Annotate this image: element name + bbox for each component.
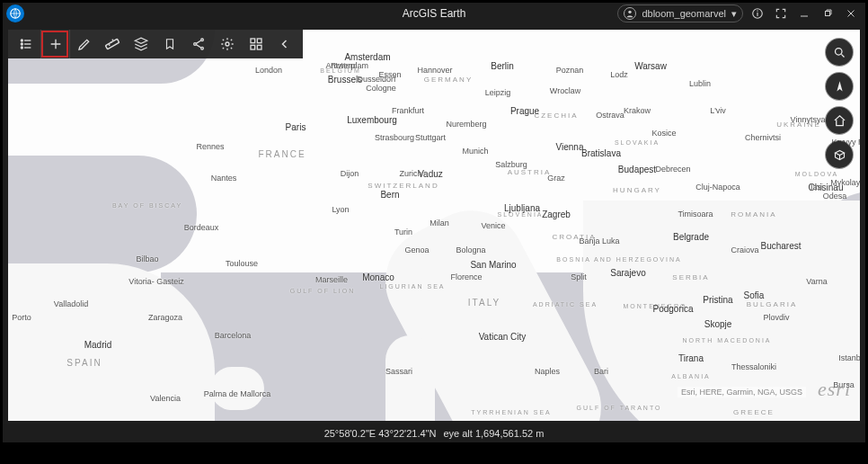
svg-rect-16 — [257, 39, 261, 43]
map-label: Lublin — [689, 79, 711, 88]
map-label: Bucharest — [760, 241, 801, 251]
close-button[interactable] — [842, 4, 860, 22]
map-canvas[interactable]: FRANCESPAINITALYSWITZERLANDAUSTRIAHUNGAR… — [8, 30, 860, 421]
svg-rect-3 — [757, 13, 757, 16]
restore-button[interactable] — [819, 4, 837, 22]
map-label: Bari — [594, 367, 608, 376]
share-button[interactable] — [184, 30, 213, 58]
bookmark-button[interactable] — [155, 30, 184, 58]
map-label: Ostrava — [596, 111, 624, 120]
collapse-toolbar-button[interactable] — [270, 30, 299, 58]
map-label: Valladolid — [54, 299, 88, 308]
map-label: Lyon — [332, 205, 349, 214]
map-label: Pristina — [703, 295, 732, 305]
map-label: Nantes — [211, 174, 237, 183]
svg-rect-6 — [826, 12, 830, 16]
map-label: Gulf of Lion — [290, 288, 356, 294]
north-arrow-button[interactable] — [826, 73, 853, 100]
map-label: Bratislava — [581, 148, 621, 158]
draw-button[interactable] — [69, 30, 98, 58]
svg-point-14 — [226, 42, 229, 46]
map-label: Vaduz — [418, 169, 443, 179]
map-label: Nuremberg — [446, 120, 486, 129]
svg-rect-15 — [251, 39, 255, 43]
svg-point-9 — [21, 47, 22, 49]
map-label: London — [255, 66, 282, 75]
info-button[interactable] — [748, 4, 766, 22]
map-label: Belgrade — [673, 232, 709, 242]
measure-button[interactable] — [98, 30, 127, 58]
svg-rect-17 — [251, 45, 255, 49]
map-label: Zaragoza — [148, 313, 182, 322]
chevron-down-icon: ▾ — [731, 8, 737, 20]
map-label: HUNGARY — [613, 186, 661, 194]
svg-rect-5 — [801, 16, 808, 17]
map-label: Madrid — [84, 340, 112, 350]
map-label: Genoa — [404, 245, 429, 254]
map-label: Varna — [806, 277, 827, 286]
app-logo-icon — [6, 4, 24, 22]
map-label: Amsterdam — [344, 52, 390, 62]
minimize-button[interactable] — [795, 4, 813, 22]
map-label: Essen — [378, 70, 401, 79]
map-label: Salzburg — [495, 160, 527, 169]
map-label: Valencia — [150, 394, 181, 403]
map-label: GERMANY — [424, 76, 473, 84]
map-label: Barcelona — [215, 331, 252, 340]
add-data-button[interactable] — [40, 30, 69, 58]
map-label: Chernivtsi — [745, 133, 781, 142]
status-bar: 25°58'0.2"E 43°22'21.4"N eye alt 1,694,5… — [3, 424, 865, 442]
map-label: Bay of Biscay — [112, 202, 182, 209]
map-label: Bilbao — [136, 254, 158, 263]
map-label: Graz — [547, 174, 565, 183]
map-label: Leipzig — [485, 88, 511, 97]
map-label: Naples — [535, 367, 560, 376]
map-label: Tirana — [678, 353, 704, 363]
fullscreen-button[interactable] — [772, 4, 790, 22]
user-account-chip[interactable]: dbloom_geomarvel ▾ — [617, 4, 743, 22]
map-label: Turin — [394, 228, 412, 236]
map-label: Palma de Mallorca — [204, 389, 271, 398]
map-label: SERBIA — [672, 273, 709, 281]
map-label: Rennes — [196, 142, 224, 151]
map-label: Podgorica — [652, 304, 693, 314]
map-label: Sofia — [744, 290, 765, 300]
svg-point-1 — [629, 11, 632, 13]
user-name-label: dbloom_geomarvel — [642, 8, 726, 19]
map-label: Vienna — [556, 142, 584, 152]
map-label: Strasbourg — [375, 133, 414, 142]
map-label: Poznan — [556, 66, 584, 75]
map-label: Adriatic Sea — [533, 301, 598, 308]
map-label: Gulf of Taranto — [577, 405, 662, 411]
map-label: Bern — [380, 190, 399, 200]
map-label: Mykolayiv — [830, 178, 860, 187]
table-of-contents-button[interactable] — [12, 30, 40, 58]
map-label: Ljubljana — [504, 203, 540, 213]
search-button[interactable] — [826, 39, 853, 66]
map-label: L'viv — [710, 106, 726, 115]
map-label: BOSNIA AND HERZEGOVINA — [556, 256, 681, 263]
map-label: ALBANIA — [671, 373, 711, 379]
map-label: Antwerp — [325, 61, 355, 70]
svg-point-8 — [21, 43, 22, 45]
view-3d-button[interactable] — [826, 141, 853, 168]
map-label: Paris — [286, 122, 306, 132]
esri-logo: esri — [818, 378, 851, 401]
status-eye-alt: eye alt 1,694,561.52 m — [443, 428, 544, 439]
map-label: Cluj-Napoca — [695, 183, 740, 192]
map-label: Munich — [462, 147, 488, 156]
map-label: FRANCE — [258, 149, 306, 159]
settings-button[interactable] — [213, 30, 242, 58]
interactive-analysis-button[interactable] — [127, 30, 155, 58]
map-label: Timisoara — [678, 210, 713, 219]
map-label: BULGARIA — [747, 300, 797, 308]
map-label: Debrecen — [655, 165, 690, 174]
svg-point-7 — [21, 40, 22, 41]
map-label: Banja Luka — [579, 236, 619, 245]
basemap-gallery-button[interactable] — [242, 30, 270, 58]
map-label: Vitoria- Gasteiz — [128, 277, 183, 286]
home-button[interactable] — [826, 107, 853, 134]
user-avatar-icon — [624, 7, 636, 20]
map-label: Vinnytsya — [791, 115, 826, 124]
map-label: GREECE — [733, 408, 775, 416]
